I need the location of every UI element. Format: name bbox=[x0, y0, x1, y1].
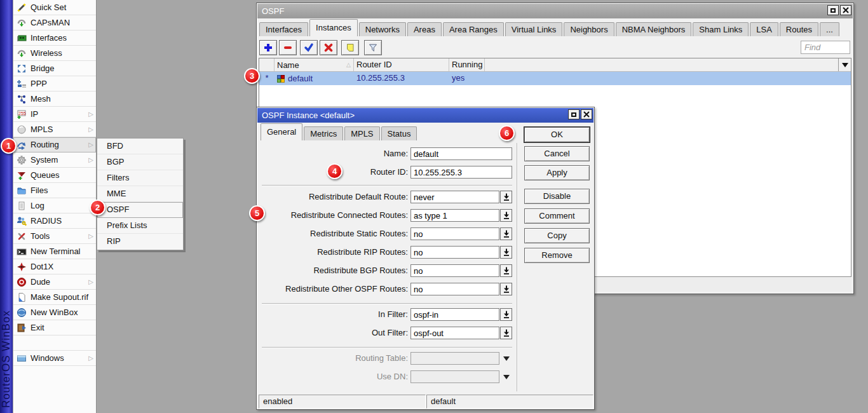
sidebar-item-dude[interactable]: Dude ▷ bbox=[13, 274, 96, 290]
copy-button[interactable]: Copy bbox=[524, 228, 590, 243]
ok-button[interactable]: OK bbox=[524, 127, 590, 142]
redistribute-rip-routes-field[interactable] bbox=[410, 246, 499, 259]
column-header-flags[interactable] bbox=[259, 58, 275, 71]
sidebar-item-label: Interfaces bbox=[31, 33, 96, 43]
tab-networks[interactable]: Networks bbox=[359, 22, 406, 36]
tab-metrics[interactable]: Metrics bbox=[304, 126, 343, 140]
submenu-item-bfd[interactable]: BFD bbox=[97, 139, 183, 154]
tab-instances[interactable]: Instances bbox=[309, 19, 358, 36]
submenu-item-ospf[interactable]: OSPF bbox=[97, 202, 183, 218]
tab-general[interactable]: General bbox=[261, 123, 302, 140]
sidebar-item-bridge[interactable]: Bridge bbox=[13, 61, 96, 76]
column-header-running[interactable]: Running bbox=[449, 58, 485, 71]
redistribute-other-ospf-routes-dropdown[interactable] bbox=[500, 283, 512, 295]
redistribute-default-route-dropdown[interactable] bbox=[500, 191, 512, 203]
dialog-titlebar[interactable]: OSPF Instance <default> bbox=[257, 108, 593, 123]
disable-button[interactable]: Disable bbox=[524, 189, 590, 204]
redistribute-rip-routes-dropdown[interactable] bbox=[500, 246, 512, 259]
sidebar-item-ip[interactable]: 255 IP ▷ bbox=[13, 107, 96, 122]
comment-button[interactable]: Comment bbox=[524, 208, 590, 224]
redistribute-default-route-field[interactable] bbox=[410, 191, 499, 203]
tab-status[interactable]: Status bbox=[381, 126, 417, 140]
arrow-to-bar-icon bbox=[503, 267, 510, 274]
name-field[interactable] bbox=[410, 147, 512, 160]
submenu-item-mme[interactable]: MME bbox=[97, 186, 183, 202]
submenu-item-prefix-lists[interactable]: Prefix Lists bbox=[97, 218, 183, 234]
close-icon[interactable] bbox=[581, 109, 592, 119]
dialog-title: OSPF Instance <default> bbox=[262, 111, 355, 120]
redistribute-bgp-routes-field[interactable] bbox=[410, 264, 499, 277]
redistribute-connected-routes-dropdown[interactable] bbox=[500, 209, 512, 222]
table-row[interactable]: * default 10.255.255.3 yes bbox=[259, 72, 851, 85]
sidebar-item-system[interactable]: System ▷ bbox=[13, 152, 96, 168]
submenu-arrow-icon: ▷ bbox=[88, 111, 96, 118]
tab-neighbors[interactable]: Neighbors bbox=[564, 22, 614, 36]
sidebar-item-tools[interactable]: Tools ▷ bbox=[13, 229, 96, 244]
sidebar-item-mesh[interactable]: Mesh bbox=[13, 91, 96, 107]
tab-mpls[interactable]: MPLS bbox=[344, 126, 379, 140]
sidebar-item-interfaces[interactable]: Interfaces bbox=[13, 30, 96, 46]
sidebar-item-new-terminal[interactable]: New Terminal bbox=[13, 244, 96, 259]
column-header-router-id[interactable]: Router ID bbox=[354, 58, 449, 71]
routing-table-field[interactable] bbox=[410, 352, 499, 365]
filter-button[interactable] bbox=[364, 40, 382, 55]
in-filter-dropdown[interactable] bbox=[500, 308, 512, 321]
annotation-step-4: 4 bbox=[327, 163, 342, 179]
disable-button[interactable] bbox=[320, 40, 337, 55]
submenu-item-filters[interactable]: Filters bbox=[97, 170, 183, 186]
remove-button[interactable]: Remove bbox=[524, 248, 590, 263]
ospf-window-titlebar[interactable]: OSPF bbox=[257, 4, 853, 18]
tab-lsa[interactable]: LSA bbox=[750, 22, 778, 36]
sidebar-item-windows[interactable]: Windows ▷ bbox=[13, 351, 96, 366]
cancel-button[interactable]: Cancel bbox=[524, 146, 590, 161]
sidebar-item-ppp[interactable]: PPP bbox=[13, 76, 96, 91]
tab-routes[interactable]: Routes bbox=[780, 22, 818, 36]
redistribute-connected-routes-field[interactable] bbox=[410, 209, 499, 222]
find-input[interactable] bbox=[801, 41, 850, 54]
tab-virtual-links[interactable]: Virtual Links bbox=[505, 22, 563, 36]
sidebar-item-new-winbox[interactable]: New WinBox bbox=[13, 305, 96, 320]
out-filter-dropdown[interactable] bbox=[500, 327, 512, 339]
sidebar-item-make-supout[interactable]: Make Supout.rif bbox=[13, 290, 96, 305]
sidebar-item-mpls[interactable]: MPLS ▷ bbox=[13, 122, 96, 137]
close-icon[interactable] bbox=[840, 5, 851, 15]
submenu-item-rip[interactable]: RIP bbox=[97, 234, 183, 250]
remove-button[interactable] bbox=[279, 40, 297, 55]
sidebar-item-radius[interactable]: RADIUS bbox=[13, 213, 96, 229]
redistribute-other-ospf-routes-field[interactable] bbox=[410, 283, 499, 295]
tab-interfaces[interactable]: Interfaces bbox=[259, 22, 308, 36]
sidebar-item-exit[interactable]: Exit bbox=[13, 320, 96, 335]
maximize-icon[interactable] bbox=[827, 5, 839, 15]
redistribute-static-routes-dropdown[interactable] bbox=[500, 227, 512, 240]
out-filter-field[interactable] bbox=[410, 327, 499, 339]
tab-area-ranges[interactable]: Area Ranges bbox=[443, 22, 504, 36]
enable-button[interactable] bbox=[300, 40, 318, 55]
sidebar-item-queues[interactable]: Queues bbox=[13, 168, 96, 183]
use-dn-combo-arrow[interactable] bbox=[503, 370, 510, 383]
sidebar-item-log[interactable]: Log bbox=[13, 198, 96, 213]
sidebar-item-routing[interactable]: Routing ▷ bbox=[13, 137, 96, 152]
tab-areas[interactable]: Areas bbox=[407, 22, 442, 36]
use-dn-field[interactable] bbox=[410, 370, 499, 383]
sidebar-item-quick-set[interactable]: Quick Set bbox=[13, 0, 96, 15]
column-select-button[interactable] bbox=[838, 58, 851, 71]
comment-button[interactable] bbox=[341, 40, 359, 55]
redistribute-static-routes-field[interactable] bbox=[410, 227, 499, 240]
router-id-field[interactable] bbox=[410, 166, 512, 179]
apply-button[interactable]: Apply bbox=[524, 165, 590, 180]
sidebar-item-capsman[interactable]: CAPsMAN bbox=[13, 15, 96, 30]
redistribute-bgp-routes-dropdown[interactable] bbox=[500, 264, 512, 277]
in-filter-field[interactable] bbox=[410, 308, 499, 321]
tab-sham-links[interactable]: Sham Links bbox=[693, 22, 749, 36]
submenu-item-bgp[interactable]: BGP bbox=[97, 154, 183, 170]
tab-nbma-neighbors[interactable]: NBMA Neighbors bbox=[616, 22, 692, 36]
sidebar-item-files[interactable]: Files bbox=[13, 183, 96, 198]
ospf-window-title: OSPF bbox=[262, 6, 284, 16]
sidebar-item-wireless[interactable]: Wireless bbox=[13, 46, 96, 61]
routing-table-combo-arrow[interactable] bbox=[503, 352, 510, 365]
tab-more[interactable]: ... bbox=[820, 22, 839, 36]
add-button[interactable] bbox=[259, 40, 277, 55]
sidebar-item-dot1x[interactable]: Dot1X bbox=[13, 259, 96, 274]
column-header-name[interactable]: Name △ bbox=[275, 58, 354, 71]
maximize-icon[interactable] bbox=[568, 109, 580, 119]
